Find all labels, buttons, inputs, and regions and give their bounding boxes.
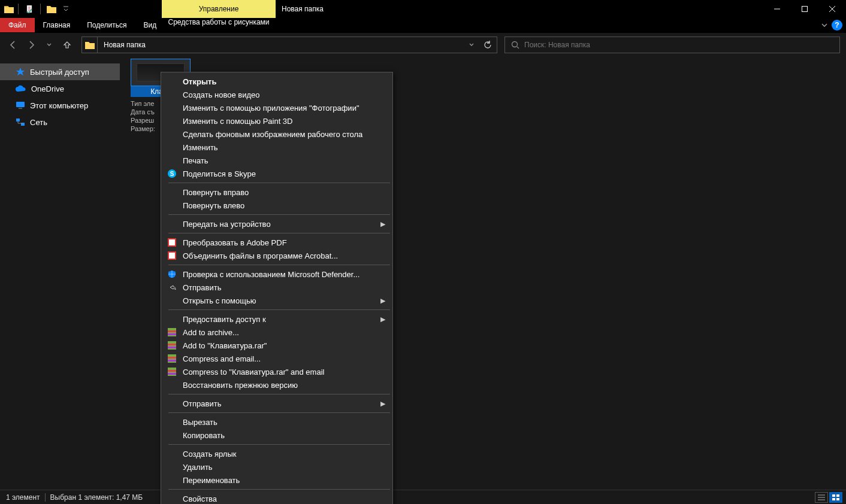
minimize-button[interactable] bbox=[763, 0, 791, 18]
share-icon bbox=[167, 283, 177, 292]
forward-button[interactable] bbox=[24, 38, 38, 52]
cm-label: Add to archive... bbox=[183, 328, 239, 337]
cm-defender[interactable]: Проверка с использованием Microsoft Defe… bbox=[162, 268, 391, 281]
cm-label: Поделиться в Skype bbox=[183, 169, 256, 178]
cm-open-with[interactable]: Открыть с помощью▶ bbox=[162, 294, 391, 307]
cm-cast[interactable]: Передать на устройство▶ bbox=[162, 217, 391, 230]
tab-share[interactable]: Поделиться bbox=[78, 18, 135, 32]
svg-text:S: S bbox=[170, 171, 174, 177]
cm-properties[interactable]: Свойства bbox=[162, 492, 391, 504]
cm-edit-paint3d[interactable]: Изменить с помощью Paint 3D bbox=[162, 114, 391, 127]
chevron-right-icon: ▶ bbox=[380, 400, 385, 408]
cloud-icon bbox=[16, 85, 26, 92]
status-selected: Выбран 1 элемент: 1,47 МБ bbox=[50, 493, 143, 502]
search-input[interactable] bbox=[504, 37, 840, 53]
svg-rect-28 bbox=[836, 498, 839, 500]
main: Быстрый доступ OneDrive Этот компьютер С… bbox=[0, 56, 846, 490]
address-path[interactable]: Новая папка bbox=[98, 41, 464, 49]
cm-edit[interactable]: Изменить bbox=[162, 141, 391, 154]
svg-rect-25 bbox=[832, 494, 835, 497]
cm-label: Объединить файлы в программе Acrobat... bbox=[183, 251, 338, 260]
sidebar-item-network[interactable]: Сеть bbox=[0, 114, 120, 130]
ribbon-collapse-icon[interactable] bbox=[821, 22, 828, 29]
cm-send-to[interactable]: Отправить▶ bbox=[162, 397, 391, 410]
svg-rect-5 bbox=[16, 119, 20, 122]
cm-copy[interactable]: Копировать bbox=[162, 429, 391, 442]
cm-rename[interactable]: Переименовать bbox=[162, 473, 391, 487]
tiles-view-button[interactable] bbox=[829, 492, 842, 503]
skype-icon: S bbox=[167, 169, 177, 178]
cm-label: Преобразовать в Adobe PDF bbox=[183, 238, 287, 247]
svg-rect-4 bbox=[19, 108, 22, 109]
file-tab[interactable]: Файл bbox=[0, 18, 35, 32]
cm-set-wallpaper[interactable]: Сделать фоновым изображением рабочего ст… bbox=[162, 127, 391, 141]
cm-label: Compress to "Клавиатура.rar" and email bbox=[183, 368, 324, 377]
quick-access-toolbar bbox=[23, 3, 72, 15]
help-button[interactable]: ? bbox=[832, 20, 842, 31]
cm-compress-email[interactable]: Compress and email... bbox=[162, 352, 391, 365]
search-field[interactable] bbox=[524, 41, 833, 49]
cm-acrobat-combine[interactable]: Объединить файлы в программе Acrobat... bbox=[162, 249, 391, 262]
separator bbox=[168, 183, 390, 183]
cm-edit-photos[interactable]: Изменить с помощью приложения "Фотографи… bbox=[162, 101, 391, 114]
tab-view[interactable]: Вид bbox=[135, 18, 165, 32]
cm-create-video[interactable]: Создать новое видео bbox=[162, 88, 391, 101]
up-button[interactable] bbox=[60, 38, 74, 52]
close-button[interactable] bbox=[818, 0, 846, 18]
cm-add-archive[interactable]: Add to archive... bbox=[162, 326, 391, 339]
cm-rotate-left[interactable]: Повернуть влево bbox=[162, 199, 391, 212]
svg-rect-20 bbox=[168, 357, 176, 359]
cm-label: Проверка с использованием Microsoft Defe… bbox=[183, 270, 359, 279]
separator bbox=[18, 4, 19, 14]
qat-properties-icon[interactable] bbox=[23, 3, 35, 15]
sidebar-label: Этот компьютер bbox=[30, 101, 88, 110]
qat-dropdown-icon[interactable] bbox=[60, 3, 72, 15]
cm-rotate-right[interactable]: Повернуть вправо bbox=[162, 186, 391, 199]
ribbon: Файл Главная Поделиться Вид Средства раб… bbox=[0, 18, 846, 32]
tab-picture-tools[interactable]: Средства работы с рисунками bbox=[162, 18, 276, 26]
ribbon-context-tab[interactable]: Управление bbox=[162, 0, 276, 18]
sidebar-item-this-pc[interactable]: Этот компьютер bbox=[0, 97, 120, 114]
navbar: Новая папка bbox=[0, 32, 846, 56]
sidebar: Быстрый доступ OneDrive Этот компьютер С… bbox=[0, 56, 120, 490]
sidebar-label: OneDrive bbox=[31, 84, 64, 93]
cm-add-rar[interactable]: Add to "Клавиатура.rar" bbox=[162, 339, 391, 352]
separator bbox=[45, 493, 46, 502]
sidebar-item-quick-access[interactable]: Быстрый доступ bbox=[0, 63, 120, 80]
cm-share[interactable]: Отправить bbox=[162, 281, 391, 294]
context-menu: Открыть Создать новое видео Изменить с п… bbox=[161, 72, 393, 504]
cm-label: Передать на устройство bbox=[183, 220, 271, 229]
cm-share-skype[interactable]: S Поделиться в Skype bbox=[162, 167, 391, 180]
address-bar[interactable]: Новая папка bbox=[81, 37, 497, 53]
tab-home[interactable]: Главная bbox=[35, 18, 79, 32]
sidebar-label: Быстрый доступ bbox=[30, 68, 89, 77]
address-dropdown-icon[interactable] bbox=[464, 42, 479, 48]
details-view-button[interactable] bbox=[815, 492, 828, 503]
refresh-button[interactable] bbox=[479, 41, 497, 49]
svg-rect-23 bbox=[168, 370, 176, 372]
cm-restore-version[interactable]: Восстановить прежнюю версию bbox=[162, 378, 391, 391]
sidebar-item-onedrive[interactable]: OneDrive bbox=[0, 80, 120, 97]
svg-point-2 bbox=[512, 41, 518, 47]
winrar-icon bbox=[167, 327, 177, 337]
qat-newfolder-icon[interactable] bbox=[46, 3, 58, 15]
titlebar: Управление Новая папка bbox=[0, 0, 846, 18]
sidebar-label: Сеть bbox=[30, 118, 47, 127]
window-title: Новая папка bbox=[282, 0, 324, 18]
maximize-button[interactable] bbox=[791, 0, 818, 18]
cm-compress-rar-email[interactable]: Compress to "Клавиатура.rar" and email bbox=[162, 365, 391, 378]
cm-give-access[interactable]: Предоставить доступ к▶ bbox=[162, 312, 391, 326]
cm-print[interactable]: Печать bbox=[162, 154, 391, 167]
cm-delete[interactable]: Удалить bbox=[162, 460, 391, 473]
cm-open[interactable]: Открыть bbox=[162, 75, 391, 88]
cm-create-shortcut[interactable]: Создать ярлык bbox=[162, 447, 391, 460]
cm-label: Открыть с помощью bbox=[183, 296, 256, 305]
svg-rect-27 bbox=[832, 498, 835, 500]
address-folder-icon[interactable] bbox=[82, 37, 98, 53]
cm-cut[interactable]: Вырезать bbox=[162, 415, 391, 429]
svg-rect-26 bbox=[836, 494, 839, 497]
recent-dropdown-icon[interactable] bbox=[42, 38, 56, 52]
back-button[interactable] bbox=[6, 38, 20, 52]
cm-adobe-pdf[interactable]: Преобразовать в Adobe PDF bbox=[162, 236, 391, 249]
chevron-right-icon: ▶ bbox=[380, 315, 385, 323]
